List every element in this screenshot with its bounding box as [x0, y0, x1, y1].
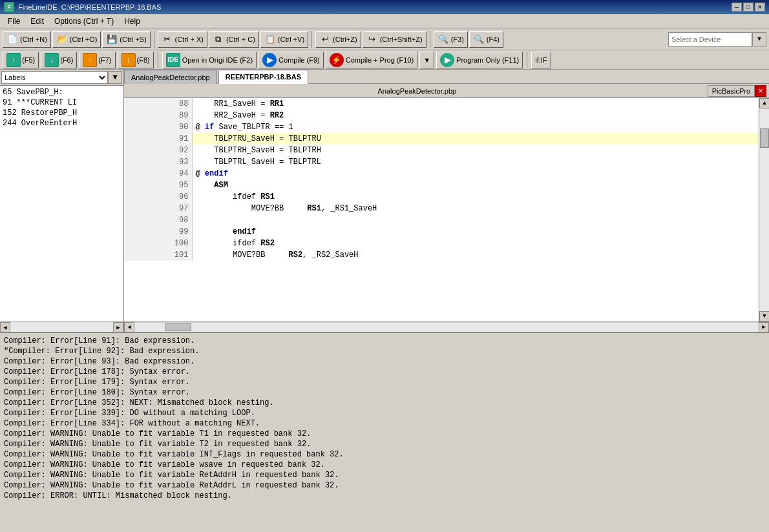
hscroll-track[interactable] — [134, 323, 759, 332]
sidebar-item-2[interactable]: 152 RestorePBP_H — [1, 108, 122, 118]
compileprog-dropdown-button[interactable]: ▼ — [419, 52, 434, 68]
sidebar-item-3[interactable]: 244 OverReEnterH — [1, 118, 122, 128]
output-line: Compiler: WARNING: Unable to fit variabl… — [4, 449, 765, 460]
openide-button[interactable]: IDE Open in Origi IDE (F2) — [162, 52, 257, 68]
findnext-icon: 🔍 — [473, 34, 485, 45]
output-line: Compiler: Error[Line 91]: Bad expression… — [4, 336, 765, 346]
output-line: Compiler: Error[Line 180]: Syntax error. — [4, 387, 765, 398]
compile-button[interactable]: ▶ Compile (F9) — [258, 52, 324, 68]
compileprog-icon: ⚡ — [330, 53, 344, 67]
maximize-button[interactable]: □ — [743, 3, 753, 12]
open-button[interactable]: 📂 (Ctrl +O) — [52, 31, 101, 48]
tab-analog[interactable]: AnalogPeakDetector.pbp — [124, 70, 217, 84]
editor-area: AnalogPeakDetector.pbp REENTERPBP-18.BAS… — [124, 70, 769, 332]
findnext-button[interactable]: 🔍 (F4) — [469, 31, 503, 48]
cut-button[interactable]: ✂ (Ctrl + X) — [158, 31, 207, 48]
table-row: 89 RR2_SaveH = RR2 — [124, 110, 759, 121]
new-button[interactable]: 📄 (Ctrl +N) — [3, 31, 51, 48]
table-row: 97 MOVE?BB RS1, _RS1_SaveH — [124, 203, 759, 214]
paste-button[interactable]: 📋 (Ctrl +V) — [260, 31, 308, 48]
code-line[interactable]: @ endif — [193, 168, 759, 179]
sidebar-hscroll-left[interactable]: ◀ — [0, 322, 10, 332]
sidebar-item-0[interactable]: 65 SavePBP_H: — [1, 87, 122, 97]
code-line[interactable]: MOVE?BB RS1, _RS1_SaveH — [193, 203, 759, 214]
output-line: Compiler: WARNING: Unable to fit variabl… — [4, 460, 765, 470]
hscroll-right[interactable]: ▶ — [759, 322, 769, 332]
compileprog-button[interactable]: ⚡ Compile + Prog (F10) — [326, 52, 417, 68]
cut-icon: ✂ — [162, 34, 173, 45]
sidebar-dropdown-button[interactable]: ▼ — [108, 71, 122, 84]
separator-tb2-1 — [158, 52, 158, 68]
menu-edit[interactable]: Edit — [25, 15, 49, 27]
toolbar-1: 📄 (Ctrl +N) 📂 (Ctrl +O) 💾 (Ctrl +S) ✂ (C… — [0, 28, 769, 50]
minimize-button[interactable]: ─ — [732, 3, 742, 12]
code-line[interactable]: TBLPTRU_SaveH = TBLPTRU — [193, 133, 759, 145]
code-line[interactable]: TBLPTRH_SaveH = TBLPTRH — [193, 145, 759, 156]
f8-button[interactable]: ↓ (F8) — [118, 52, 154, 68]
vscroll-up[interactable]: ▲ — [759, 98, 769, 108]
tab-bar: AnalogPeakDetector.pbp REENTERPBP-18.BAS — [124, 70, 769, 84]
line-number: 99 — [124, 226, 193, 238]
save-icon: 💾 — [106, 34, 118, 45]
sidebar-hscroll-right[interactable]: ▶ — [113, 322, 123, 332]
device-dropdown-button[interactable]: ▼ — [752, 32, 766, 46]
sidebar-item-1[interactable]: 91 ***CURRENT LI — [1, 97, 122, 108]
hscroll-thumb[interactable] — [165, 323, 191, 331]
separator-1 — [154, 31, 154, 48]
code-line[interactable] — [193, 214, 759, 226]
line-number: 92 — [124, 145, 193, 156]
code-line[interactable]: RR2_SaveH = RR2 — [193, 110, 759, 121]
undo-button[interactable]: ↩ (Ctrl+Z) — [315, 31, 361, 48]
f7-button[interactable]: ↑ (F7) — [79, 52, 115, 68]
code-line[interactable]: endif — [193, 226, 759, 238]
code-line[interactable]: @ if Save_TBLPTR == 1 — [193, 121, 759, 133]
close-button[interactable]: ✕ — [755, 3, 765, 12]
window-controls: ─ □ ✕ — [732, 3, 765, 12]
f5-button[interactable]: ↑ (F5) — [3, 52, 39, 68]
code-scroll[interactable]: 88 RR1_SaveH = RR1 89 RR2_SaveH = RR2 90… — [124, 98, 759, 322]
hscroll-left[interactable]: ◀ — [124, 322, 134, 332]
code-line[interactable]: ASM — [193, 179, 759, 191]
code-line[interactable]: ifdef RS1 — [193, 191, 759, 203]
table-row: 93 TBLPTRL_SaveH = TBLPTRL — [124, 156, 759, 168]
f8-icon: ↓ — [121, 53, 136, 67]
menu-file[interactable]: File — [3, 15, 25, 27]
output-line: Compiler: ERROR: UNTIL: Mismatched block… — [4, 491, 765, 501]
app-title: FineLineIDE C:\PBP\REENTERPBP-18.BAS — [18, 3, 732, 11]
code-line[interactable]: TBLPTRL_SaveH = TBLPTRL — [193, 156, 759, 168]
copy-button[interactable]: ⧉ (Ctrl + C) — [209, 31, 259, 48]
output-line: Compiler: Error[Line 339]: DO without a … — [4, 408, 765, 418]
vscroll-track[interactable] — [759, 108, 769, 311]
save-button[interactable]: 💾 (Ctrl +S) — [102, 31, 150, 48]
lang-button[interactable]: PicBasicPro — [708, 85, 755, 97]
tab-reenter[interactable]: REENTERPBP-18.BAS — [218, 70, 308, 84]
output-line: Compiler: WARNING: Unable to fit variabl… — [4, 439, 765, 449]
output-content: Compiler: Error[Line 91]: Bad expression… — [0, 333, 769, 532]
f5-icon: ↑ — [6, 53, 21, 67]
redo-button[interactable]: ↪ (Ctrl+Shift+Z) — [363, 31, 427, 48]
menu-options[interactable]: Options (Ctrl + T) — [49, 15, 119, 27]
output-line: Compiler: Error[Line 178]: Syntax error. — [4, 367, 765, 377]
f6-button[interactable]: ↓ (F6) — [41, 52, 77, 68]
code-line[interactable]: MOVE?BB RS2, _RS2_SaveH — [193, 249, 759, 261]
vscroll-thumb[interactable] — [760, 128, 769, 148]
sidebar-hscroll-track[interactable] — [10, 322, 113, 332]
separator-3 — [430, 31, 430, 48]
f6-icon: ↓ — [45, 53, 59, 67]
table-row: 100 ifdef RS2 — [124, 238, 759, 249]
new-icon: 📄 — [6, 34, 18, 45]
ifif-button[interactable]: if:IF — [531, 52, 551, 68]
device-input[interactable] — [668, 32, 752, 46]
output-line: Compiler: WARNING: Unable to fit variabl… — [4, 470, 765, 480]
editor-close-button[interactable]: ✕ — [755, 85, 766, 97]
progonly-button[interactable]: ▶ Program Only (F11) — [436, 52, 523, 68]
menu-help[interactable]: Help — [119, 15, 145, 27]
code-line[interactable]: RR1_SaveH = RR1 — [193, 98, 759, 110]
line-number: 96 — [124, 191, 193, 203]
sidebar-filter-select[interactable]: Labels — [1, 71, 108, 84]
output-panel: Compiler: Error[Line 91]: Bad expression… — [0, 332, 769, 532]
vscroll-down[interactable]: ▼ — [759, 311, 769, 322]
find-button[interactable]: 🔍 (F3) — [434, 31, 468, 48]
code-line[interactable]: ifdef RS2 — [193, 238, 759, 249]
line-number: 91 — [124, 133, 193, 145]
